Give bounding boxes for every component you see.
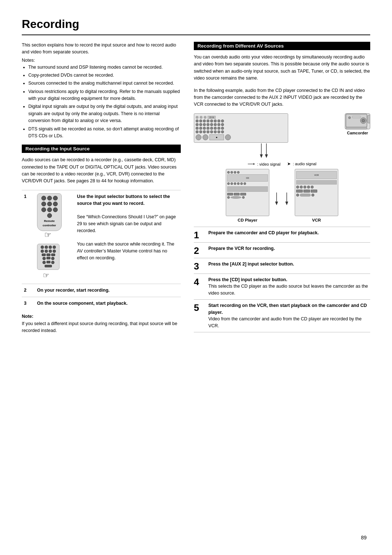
table-row: 4 Press the [CD] input selector button. … — [194, 274, 370, 299]
av-button — [207, 130, 209, 133]
av-large-knob — [196, 134, 201, 140]
rs-button — [42, 257, 46, 260]
remote-button — [47, 196, 52, 200]
cd-btn — [234, 182, 236, 185]
step-detail2: You can watch the source while recording… — [77, 242, 174, 260]
vcr-btn — [300, 186, 303, 189]
svg-point-9 — [348, 117, 351, 119]
vcr-btn-rect — [311, 190, 317, 193]
svg-marker-3 — [265, 154, 268, 158]
av-large-knob — [203, 134, 208, 140]
av-button — [214, 130, 217, 133]
vcr-btn — [303, 186, 306, 189]
step-number-3: 3 — [22, 297, 35, 309]
audio-signal-icon: ➤ — [287, 161, 291, 166]
rs-button — [49, 246, 52, 249]
note-text: If you select a different input source d… — [22, 321, 177, 333]
step-bold: Press the [CD] input selector button. — [208, 277, 287, 282]
step-text: Start recording on the VCR, then start p… — [205, 302, 370, 329]
svg-rect-7 — [368, 115, 370, 123]
av-buttons-row — [196, 119, 286, 122]
vcr-btn-rect — [303, 190, 310, 193]
signal-legend: ⟶ : video signal ➤ : audio signal — [248, 161, 316, 167]
av-button — [210, 119, 213, 122]
rs-button — [46, 261, 50, 263]
cd-btn — [237, 182, 240, 185]
page-number: 89 — [361, 535, 367, 540]
av-button — [199, 119, 202, 122]
vcr-rect: VCR — [295, 169, 338, 216]
rs-row — [38, 254, 58, 256]
note-item: DTS signals will be recorded as noise, s… — [28, 126, 181, 140]
svg-marker-14 — [285, 202, 288, 205]
av-buttons-row — [196, 123, 286, 126]
title-divider — [22, 35, 370, 35]
av-button — [210, 130, 213, 133]
step-detail: This selects the CD player as the audio … — [208, 284, 368, 296]
video-signal-legend: ⟶ : video signal — [248, 161, 280, 167]
numbered-steps-right: 1 Prepare the camcorder and CD player fo… — [194, 227, 370, 332]
av-button — [199, 130, 202, 133]
cd-btn — [230, 171, 233, 174]
step-number: 2 — [194, 245, 205, 255]
remote-button — [53, 196, 58, 200]
note-item: Digital input signals are output by only… — [28, 103, 181, 124]
cd-buttons — [227, 182, 268, 185]
step-bold: Press the [AUX 2] input selector button. — [208, 262, 294, 267]
vcr-buttons — [296, 186, 337, 189]
av-button — [196, 127, 199, 130]
cd-btn — [227, 196, 230, 199]
vcr-btn — [311, 194, 314, 197]
av-button — [199, 123, 202, 126]
av-receiver-illustration: CD IN — [194, 113, 334, 158]
down-arrows — [194, 143, 334, 158]
vcr-buttons3 — [296, 194, 337, 197]
rs-button — [41, 246, 44, 249]
step-bold-text: On the source component, start playback. — [37, 301, 127, 306]
vcr-btn — [307, 186, 310, 189]
av-knob — [200, 116, 203, 119]
steps-table: 1 — [22, 190, 181, 310]
rs-button — [46, 257, 50, 259]
note-item: Copy-protected DVDs cannot be recorded. — [28, 72, 181, 79]
table-row: 2 On your recorder, start recording. — [22, 284, 181, 297]
remote-row — [39, 202, 60, 206]
av-button — [196, 130, 199, 133]
remote-illustration: Remotecontroller ☞ — [37, 193, 73, 281]
step-text-2: On your recorder, start recording. — [35, 284, 181, 297]
step-text: Press the [AUX 2] input selector button. — [205, 261, 294, 268]
remote-button — [47, 213, 52, 218]
rs-button — [51, 261, 54, 264]
cd-btn — [244, 182, 246, 185]
section1-header: Recording the Input Source — [22, 145, 181, 153]
svg-marker-1 — [260, 154, 263, 158]
cd-btn-rect — [227, 193, 233, 195]
step-text: Press the [CD] input selector button. Th… — [205, 276, 370, 297]
cd-btn-rect — [234, 193, 240, 195]
remote-row — [39, 207, 60, 212]
signal-arrows-svg — [258, 143, 269, 158]
camcorder-svg — [345, 112, 370, 130]
cd-btn — [234, 171, 236, 174]
step-number: 3 — [194, 261, 205, 271]
step-detail: Video from the camcorder and audio from … — [208, 316, 362, 328]
vcr-slot — [296, 180, 337, 185]
av-button — [199, 127, 202, 130]
rs-button — [49, 250, 52, 253]
step-text-3: On the source component, start playback. — [35, 297, 181, 309]
vcr-btn — [311, 186, 314, 189]
table-row: 2 Prepare the VCR for recording. — [194, 242, 370, 258]
vcr-btn-rect — [296, 190, 303, 193]
cd-controls — [227, 171, 268, 174]
av-knobs-row: ■ — [196, 134, 286, 140]
av-display: CD IN — [208, 116, 216, 119]
note-item: The surround sound and DSP listening mod… — [28, 64, 181, 71]
rs-button — [41, 250, 44, 253]
rs-row — [38, 261, 58, 264]
cd-btn — [237, 171, 240, 174]
cd-player-label: CD Player — [238, 218, 257, 222]
cd-player-rect: CD — [226, 169, 269, 216]
av-button — [221, 127, 224, 130]
note-label: Note: — [22, 314, 33, 319]
step-bold-text: On your recorder, start recording. — [37, 288, 110, 293]
